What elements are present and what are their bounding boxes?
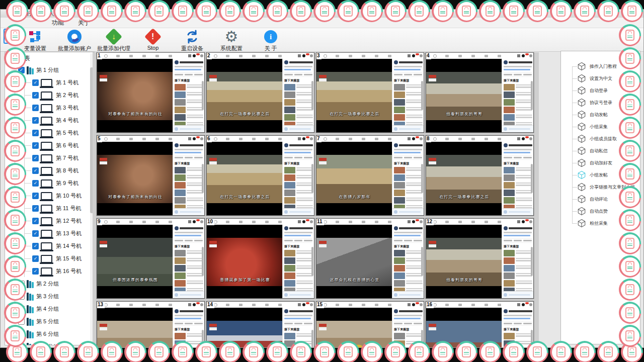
toolbar-batch-add-proxy[interactable]: ↓ 批量添加代理 — [94, 28, 133, 52]
up-next-item[interactable] — [394, 107, 423, 113]
device-screen-panel[interactable]: 12他看到朋友的哥哥接下来播放 — [426, 218, 534, 299]
up-next-item[interactable] — [504, 257, 532, 264]
up-next-item[interactable] — [175, 250, 203, 256]
video-player[interactable]: 对泰拳有了前所未有的向往 — [97, 59, 174, 132]
checkbox[interactable]: ✓ — [32, 130, 39, 136]
sidebar-scrollbar[interactable] — [311, 164, 313, 193]
up-next-item[interactable] — [284, 167, 313, 173]
video-player[interactable]: 在打完一场泰拳比赛之后 — [207, 142, 283, 215]
video-player[interactable] — [207, 308, 283, 347]
sidebar-scrollbar[interactable] — [202, 247, 204, 276]
sidebar-scrollbar[interactable] — [421, 81, 423, 110]
up-next-item[interactable] — [394, 114, 423, 121]
up-next-item[interactable] — [394, 273, 423, 279]
toolbar-about[interactable]: i 关 于 — [251, 28, 290, 52]
device-screen-panel[interactable]: 6在打完一场泰拳比赛之后接下来播放 — [206, 135, 314, 216]
sidebar-scrollbar[interactable] — [531, 247, 533, 276]
up-next-item[interactable] — [284, 190, 313, 196]
toolbar-stop[interactable]: ! Stop — [133, 28, 173, 51]
device-screen-panel[interactable]: 5对泰拳有了前所未有的向往接下来播放 — [97, 135, 205, 216]
up-next-item[interactable] — [175, 174, 203, 181]
checkbox[interactable]: ✓ — [32, 180, 39, 187]
device-screen-panel[interactable]: 3在打完一场泰拳比赛之后接下来播放 — [316, 52, 424, 133]
sidebar-scrollbar[interactable] — [531, 164, 533, 193]
up-next-item[interactable] — [175, 257, 203, 264]
up-next-item[interactable] — [394, 174, 423, 181]
video-player[interactable]: 但泰国浓厚的泰拳氛围 — [97, 225, 174, 298]
sidebar-scrollbar[interactable] — [311, 81, 313, 110]
video-player[interactable]: 在打完一场泰拳比赛之后 — [207, 59, 283, 132]
up-next-item[interactable] — [504, 167, 532, 173]
up-next-item[interactable] — [175, 99, 203, 106]
up-next-item[interactable] — [175, 265, 203, 272]
checkbox[interactable]: ✓ — [32, 167, 39, 174]
device-screen-panel[interactable]: 7在善猜八岁那年接下来播放 — [316, 135, 424, 216]
checkbox[interactable]: ✓ — [32, 243, 39, 249]
checkbox[interactable]: ✓ — [32, 105, 39, 111]
device-screen-panel[interactable]: 4他看到朋友的哥哥接下来播放 — [426, 52, 534, 133]
sidebar-scrollbar[interactable] — [531, 81, 533, 110]
up-next-item[interactable] — [504, 250, 532, 256]
up-next-item[interactable] — [284, 84, 313, 90]
checkbox[interactable]: ✓ — [32, 218, 39, 224]
checkbox[interactable]: ✓ — [32, 92, 39, 99]
up-next-item[interactable] — [394, 197, 423, 204]
video-player[interactable]: 他看到朋友的哥哥 — [426, 225, 503, 298]
up-next-item[interactable] — [175, 273, 203, 279]
up-next-item[interactable] — [504, 99, 532, 106]
video-player[interactable]: 善猜就参加了第一场比赛 — [207, 225, 283, 298]
up-next-item[interactable] — [504, 333, 532, 339]
toolbar-system-config[interactable]: ⚙ 系统配置 — [212, 28, 251, 52]
up-next-item[interactable] — [504, 107, 532, 113]
up-next-item[interactable] — [504, 273, 532, 279]
up-next-item[interactable] — [175, 92, 203, 98]
up-next-item[interactable] — [504, 92, 532, 98]
up-next-item[interactable] — [394, 280, 423, 287]
video-player[interactable]: 迟早会扎根在善猜的心里 — [316, 225, 393, 298]
checkbox[interactable]: ✓ — [32, 155, 39, 161]
up-next-item[interactable] — [284, 174, 313, 181]
up-next-item[interactable] — [284, 107, 313, 113]
up-next-item[interactable] — [504, 280, 532, 287]
device-screen-panel[interactable]: 11迟早会扎根在善猜的心里接下来播放 — [316, 218, 424, 299]
up-next-item[interactable] — [175, 333, 203, 339]
up-next-item[interactable] — [284, 333, 313, 339]
checkbox[interactable]: ✓ — [32, 268, 39, 275]
up-next-item[interactable] — [175, 84, 203, 90]
sidebar-scrollbar[interactable] — [202, 81, 204, 110]
checkbox[interactable]: ✓ — [32, 117, 39, 124]
up-next-item[interactable] — [394, 333, 423, 339]
up-next-item[interactable] — [394, 167, 423, 173]
up-next-item[interactable] — [284, 273, 313, 279]
up-next-item[interactable] — [394, 84, 423, 90]
up-next-item[interactable] — [394, 265, 423, 272]
checkbox[interactable]: ✓ — [32, 205, 39, 212]
video-player[interactable]: 在打完一场泰拳比赛之后 — [316, 59, 393, 132]
up-next-item[interactable] — [394, 182, 423, 189]
device-screen-panel[interactable]: 10善猜就参加了第一场比赛接下来播放 — [206, 218, 314, 299]
sidebar-scrollbar[interactable] — [311, 247, 313, 276]
up-next-item[interactable] — [284, 114, 313, 121]
up-next-item[interactable] — [284, 265, 313, 272]
up-next-item[interactable] — [175, 190, 203, 196]
checkbox[interactable]: ✓ — [32, 79, 39, 86]
video-player[interactable]: 在打完一场泰拳比赛之后 — [426, 142, 503, 215]
up-next-item[interactable] — [284, 99, 313, 106]
up-next-item[interactable] — [175, 107, 203, 113]
up-next-item[interactable] — [284, 182, 313, 189]
toolbar-restart-device[interactable]: 重启设备 — [173, 28, 212, 52]
sidebar-scrollbar[interactable] — [421, 247, 423, 276]
up-next-item[interactable] — [175, 114, 203, 121]
video-player[interactable]: 他看到朋友的哥哥 — [426, 59, 503, 132]
device-screen-panel[interactable]: 14接下来播放 — [206, 301, 314, 347]
checkbox[interactable]: ✓ — [32, 230, 39, 237]
sidebar-scrollbar[interactable] — [421, 164, 423, 193]
video-player[interactable]: 在善猜八岁那年 — [316, 142, 393, 215]
up-next-item[interactable] — [284, 92, 313, 98]
sidebar-scrollbar[interactable] — [202, 164, 204, 193]
device-screen-panel[interactable]: 1对泰拳有了前所未有的向往接下来播放 — [97, 52, 205, 133]
up-next-item[interactable] — [284, 197, 313, 204]
up-next-item[interactable] — [394, 250, 423, 256]
checkbox[interactable]: ✓ — [32, 142, 39, 149]
up-next-item[interactable] — [504, 182, 532, 189]
